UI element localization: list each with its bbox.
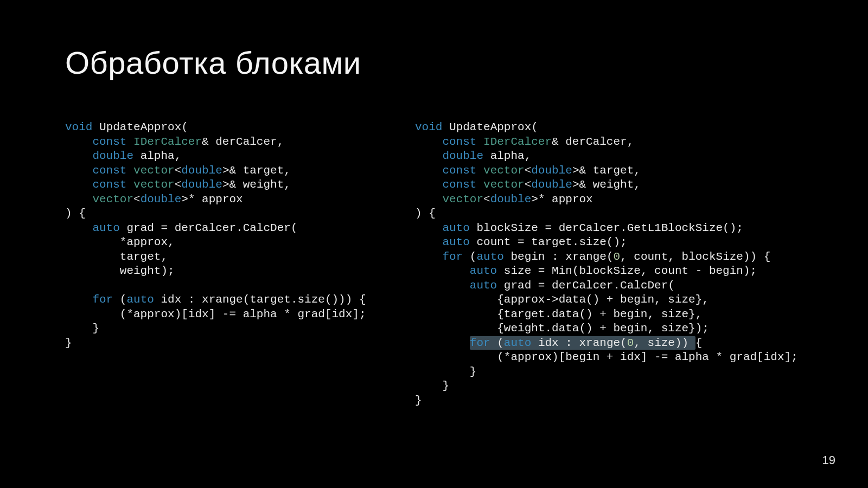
text: } <box>415 380 449 392</box>
code-block-left: void UpdateApprox( const IDerCalcer& der… <box>65 120 366 350</box>
text: ( <box>463 251 476 263</box>
text: {approx->data() + begin, size}, <box>415 293 709 306</box>
kw: auto <box>476 251 503 263</box>
text <box>415 193 442 206</box>
text: , size)) <box>634 337 695 349</box>
text: } <box>65 337 72 349</box>
kw: const <box>415 136 476 148</box>
type: vector <box>126 178 174 191</box>
kw: for <box>65 293 113 306</box>
text: >& target, <box>222 164 291 177</box>
text: idx : xrange(target.size())) { <box>154 293 366 306</box>
text: (*approx)[begin + idx] -= alpha * grad[i… <box>415 351 798 363</box>
text: weight); <box>65 265 175 277</box>
kw: for <box>470 337 490 349</box>
kw: const <box>415 164 476 177</box>
kw: auto <box>415 222 470 234</box>
type: double <box>531 178 572 191</box>
kw: auto <box>126 293 154 306</box>
kw: auto <box>504 337 531 349</box>
kw: auto <box>65 222 120 234</box>
text: >& target, <box>572 164 641 177</box>
text: size = Min(blockSize, count - begin); <box>497 265 757 277</box>
kw: void <box>65 121 92 133</box>
type: IDerCalcer <box>476 136 552 148</box>
code-block-right: void UpdateApprox( const IDerCalcer& der… <box>415 120 798 408</box>
type: double <box>181 164 222 177</box>
punct: < <box>175 178 182 191</box>
kw: double <box>65 150 133 162</box>
type: vector <box>476 164 524 177</box>
text: ( <box>113 293 126 306</box>
kw: double <box>415 150 483 162</box>
type: double <box>490 193 532 206</box>
punct: < <box>175 164 182 177</box>
kw: const <box>65 178 126 191</box>
kw: auto <box>415 279 497 292</box>
text: target, <box>65 251 168 263</box>
punct: < <box>483 193 490 206</box>
kw: auto <box>415 265 497 277</box>
text: *approx, <box>65 236 175 248</box>
text: blockSize = derCalcer.GetL1BlockSize(); <box>470 222 743 234</box>
text: idx : xrange( <box>531 337 627 349</box>
type: double <box>531 164 572 177</box>
num: 0 <box>627 337 634 349</box>
slide-title: Обработка блоками <box>65 44 361 81</box>
text: (*approx)[idx] -= alpha * grad[idx]; <box>65 308 366 320</box>
text: ( <box>490 337 504 349</box>
highlighted-line: for (auto idx : xrange(0, size)) <box>470 336 695 350</box>
page-number: 19 <box>822 453 835 467</box>
kw: auto <box>415 236 470 248</box>
text: {target.data() + begin, size}, <box>415 308 702 320</box>
text: alpha, <box>483 150 531 162</box>
text <box>65 193 92 206</box>
type: vector <box>442 193 483 206</box>
text: grad = derCalcer.CalcDer( <box>497 279 675 292</box>
slide: Обработка блоками void UpdateApprox( con… <box>0 0 868 488</box>
text: UpdateApprox( <box>92 121 188 133</box>
text: & derCalcer, <box>202 136 284 148</box>
text: >* approx <box>531 193 592 206</box>
type: vector <box>126 164 174 177</box>
punct: < <box>133 193 141 206</box>
type: vector <box>92 193 133 206</box>
text: >& weight, <box>222 178 291 191</box>
text: } <box>65 322 99 335</box>
text: >& weight, <box>572 178 641 191</box>
kw: for <box>415 251 463 263</box>
text: begin : xrange( <box>504 251 614 263</box>
text: >* approx <box>181 193 242 206</box>
text: UpdateApprox( <box>442 121 538 133</box>
kw: void <box>415 121 442 133</box>
text: , count, blockSize)) { <box>620 251 770 263</box>
text: count = target.size(); <box>470 236 627 248</box>
text: ) { <box>415 207 436 220</box>
num: 0 <box>614 251 621 263</box>
text: { <box>695 337 703 349</box>
text: grad = derCalcer.CalcDer( <box>120 222 298 234</box>
kw: const <box>65 136 126 148</box>
text: {weight.data() + begin, size}); <box>415 322 709 335</box>
kw: const <box>65 164 126 177</box>
punct: < <box>525 178 532 191</box>
text <box>415 337 470 349</box>
text: } <box>415 394 422 407</box>
type: IDerCalcer <box>126 136 202 148</box>
text: ) { <box>65 207 86 220</box>
punct: < <box>525 164 532 177</box>
type: vector <box>476 178 524 191</box>
kw: const <box>415 178 476 191</box>
type: double <box>141 193 182 206</box>
text: } <box>415 365 476 378</box>
type: double <box>181 178 222 191</box>
text: alpha, <box>133 150 181 162</box>
text: & derCalcer, <box>552 136 634 148</box>
